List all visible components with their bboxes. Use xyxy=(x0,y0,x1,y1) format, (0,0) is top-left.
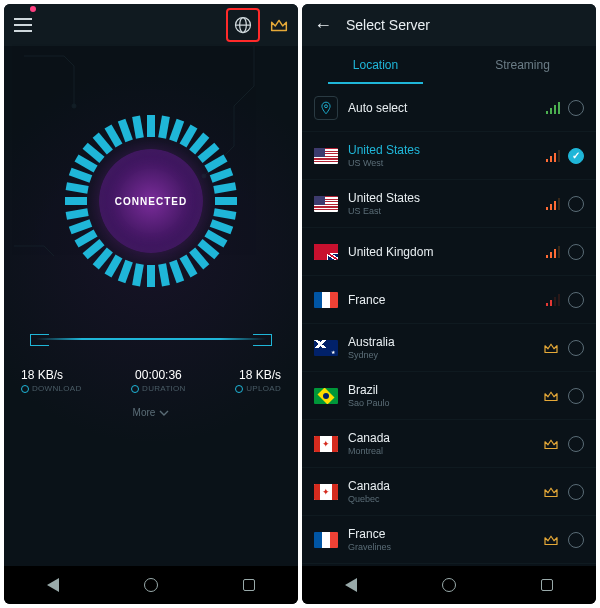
signal-icon xyxy=(546,198,561,210)
signal-icon xyxy=(546,102,561,114)
server-row[interactable]: United Kingdom xyxy=(302,228,596,276)
server-sub: US East xyxy=(348,206,536,216)
crown-icon xyxy=(542,387,560,405)
download-icon xyxy=(21,385,29,393)
stat-download: 18 KB/s DOWNLOAD xyxy=(21,368,82,393)
server-sub: Gravelines xyxy=(348,542,532,552)
svg-line-30 xyxy=(70,223,91,231)
system-nav xyxy=(4,566,298,604)
menu-icon[interactable] xyxy=(12,14,34,36)
chevron-down-icon xyxy=(159,408,169,418)
tab-streaming[interactable]: Streaming xyxy=(449,46,596,84)
server-radio[interactable] xyxy=(568,388,584,404)
svg-line-20 xyxy=(183,256,194,275)
duration-value: 00:00:36 xyxy=(131,368,186,382)
flag-ca: ✦ xyxy=(314,484,338,500)
duration-icon xyxy=(131,385,139,393)
svg-line-21 xyxy=(173,261,181,282)
nav-back[interactable] xyxy=(44,576,62,594)
server-name: France xyxy=(348,527,532,541)
system-nav xyxy=(302,566,596,604)
flag-br xyxy=(314,388,338,404)
svg-line-35 xyxy=(77,158,96,169)
svg-line-8 xyxy=(183,127,194,146)
server-row[interactable]: ✦ Canada Montreal xyxy=(302,420,596,468)
svg-line-9 xyxy=(192,135,206,152)
header: ← Select Server xyxy=(302,4,596,46)
server-row[interactable]: Brazil Sao Paulo xyxy=(302,372,596,420)
notification-dot xyxy=(30,6,36,12)
server-radio[interactable] xyxy=(568,292,584,308)
server-sub: Sao Paulo xyxy=(348,398,532,408)
nav-home[interactable] xyxy=(142,576,160,594)
back-arrow-icon[interactable]: ← xyxy=(314,15,332,36)
nav-back[interactable] xyxy=(342,576,360,594)
stat-duration: 00:00:36 DURATION xyxy=(131,368,186,393)
server-row[interactable]: United States US West xyxy=(302,132,596,180)
crown-icon xyxy=(542,435,560,453)
server-row[interactable]: United States US East xyxy=(302,180,596,228)
crown-icon xyxy=(542,531,560,549)
server-row[interactable]: Australia Sydney xyxy=(302,324,596,372)
nav-recent[interactable] xyxy=(538,576,556,594)
flag-ca: ✦ xyxy=(314,436,338,452)
server-row[interactable]: France Gravelines xyxy=(302,516,596,564)
svg-line-24 xyxy=(136,264,140,286)
server-radio[interactable] xyxy=(568,244,584,260)
nav-recent[interactable] xyxy=(240,576,258,594)
svg-line-15 xyxy=(214,212,236,216)
server-row[interactable]: Auto select xyxy=(302,84,596,132)
svg-line-28 xyxy=(85,242,102,256)
svg-line-11 xyxy=(206,158,225,169)
svg-point-41 xyxy=(325,104,328,107)
svg-line-17 xyxy=(206,233,225,244)
server-radio[interactable] xyxy=(568,148,584,164)
svg-line-33 xyxy=(66,186,88,190)
tabs: Location Streaming xyxy=(302,46,596,84)
server-name: France xyxy=(348,293,536,307)
server-row[interactable]: ✦ Canada Quebec xyxy=(302,468,596,516)
server-list[interactable]: Auto select United States US West United… xyxy=(302,84,596,566)
svg-line-25 xyxy=(122,261,130,282)
server-name: United Kingdom xyxy=(348,245,536,259)
flag-fr xyxy=(314,532,338,548)
signal-icon xyxy=(546,246,561,258)
globe-icon xyxy=(233,15,253,35)
signal-icon xyxy=(546,150,561,162)
svg-line-19 xyxy=(192,250,206,267)
crown-icon xyxy=(542,339,560,357)
server-select-button[interactable] xyxy=(226,8,260,42)
server-radio[interactable] xyxy=(568,532,584,548)
nav-home[interactable] xyxy=(440,576,458,594)
server-name: Canada xyxy=(348,431,532,445)
server-radio[interactable] xyxy=(568,196,584,212)
server-radio[interactable] xyxy=(568,340,584,356)
signal-icon xyxy=(546,294,561,306)
server-radio[interactable] xyxy=(568,100,584,116)
svg-line-16 xyxy=(211,223,232,231)
crown-icon xyxy=(542,483,560,501)
svg-line-39 xyxy=(122,120,130,141)
svg-line-36 xyxy=(85,146,102,160)
server-sub: Montreal xyxy=(348,446,532,456)
svg-line-27 xyxy=(96,250,110,267)
server-radio[interactable] xyxy=(568,436,584,452)
connection-dial[interactable]: CONNECTED xyxy=(56,106,246,296)
server-sub: Sydney xyxy=(348,350,532,360)
svg-line-10 xyxy=(200,146,217,160)
flag-uk xyxy=(314,244,338,260)
svg-line-18 xyxy=(200,242,217,256)
server-name: United States xyxy=(348,143,536,157)
server-radio[interactable] xyxy=(568,484,584,500)
pin-icon xyxy=(319,101,333,115)
flag-au xyxy=(314,340,338,356)
server-row[interactable]: France xyxy=(302,276,596,324)
premium-crown-icon[interactable] xyxy=(268,14,290,36)
flag-us xyxy=(314,148,338,164)
svg-line-31 xyxy=(66,212,88,216)
tab-location[interactable]: Location xyxy=(302,46,449,84)
main-screen: CONNECTED 18 KB/s DOWNLOAD 00:00:36 DURA… xyxy=(4,4,298,604)
svg-line-12 xyxy=(211,172,232,180)
flag-fr xyxy=(314,292,338,308)
more-button[interactable]: More xyxy=(133,407,170,418)
